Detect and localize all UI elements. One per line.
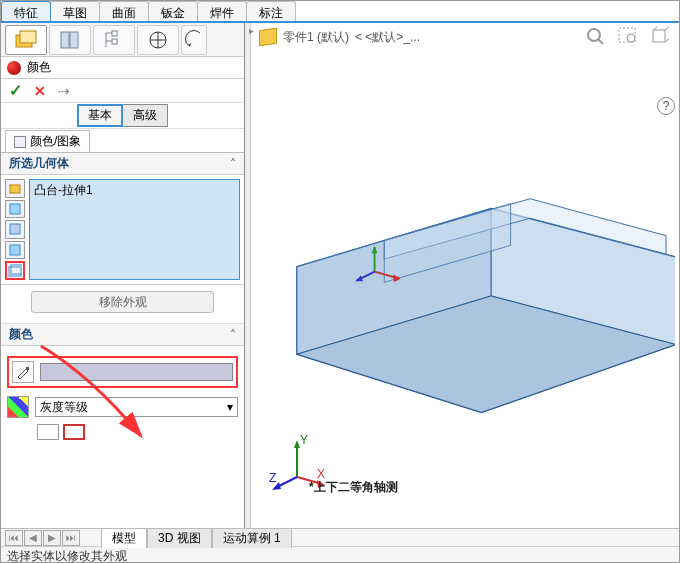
face-icon bbox=[8, 243, 22, 257]
dimxpert-manager-button[interactable] bbox=[137, 25, 179, 55]
bottom-tab-motion[interactable]: 运动算例 1 bbox=[212, 528, 292, 548]
tab-nav-next[interactable]: ▶ bbox=[43, 530, 61, 546]
panel-header: 颜色 bbox=[1, 57, 244, 79]
property-manager-button[interactable] bbox=[49, 25, 91, 55]
color-cell-selected[interactable] bbox=[63, 424, 85, 440]
tab-sheetmetal[interactable]: 钣金 bbox=[148, 1, 198, 21]
ribbon-tabs: 特征 草图 曲面 钣金 焊件 标注 bbox=[1, 1, 679, 23]
svg-rect-6 bbox=[112, 31, 117, 36]
section-geometry-header[interactable]: 所选几何体 ˄ bbox=[1, 153, 244, 175]
color-swatch[interactable] bbox=[40, 363, 233, 381]
status-bar: 选择实体以修改其外观 bbox=[1, 546, 679, 562]
display-manager-icon bbox=[184, 29, 204, 51]
svg-rect-19 bbox=[26, 367, 29, 370]
color-pick-row bbox=[7, 356, 238, 388]
configuration-manager-button[interactable] bbox=[93, 25, 135, 55]
part-icon bbox=[8, 202, 22, 216]
svg-point-23 bbox=[627, 34, 635, 42]
assembly-icon bbox=[8, 181, 22, 195]
mode-advanced-button[interactable]: 高级 bbox=[123, 104, 168, 127]
help-button[interactable]: ? bbox=[657, 97, 675, 115]
tab-nav-first[interactable]: ⏮ bbox=[5, 530, 23, 546]
view-orientation-button[interactable] bbox=[647, 25, 673, 47]
breadcrumb-state[interactable]: < <默认>_... bbox=[355, 29, 420, 46]
subtab-label: 颜色/图象 bbox=[30, 133, 81, 150]
filter-icons bbox=[5, 179, 27, 280]
bottom-tab-model[interactable]: 模型 bbox=[101, 528, 147, 548]
tab-annotate[interactable]: 标注 bbox=[246, 1, 296, 21]
filter-face-button[interactable] bbox=[5, 241, 25, 260]
property-panel: 颜色 ? ✓ ✕ ⇢ 基本 高级 颜色/图象 所选几何体 ˄ bbox=[1, 23, 245, 528]
svg-rect-16 bbox=[10, 245, 20, 255]
mode-basic-button[interactable]: 基本 bbox=[77, 104, 123, 127]
svg-rect-14 bbox=[10, 204, 20, 214]
svg-rect-8 bbox=[112, 39, 117, 44]
remove-appearance-button[interactable]: 移除外观 bbox=[31, 291, 214, 313]
panel-mode-toolbar bbox=[1, 23, 244, 57]
zoom-area-button[interactable] bbox=[615, 25, 641, 47]
configuration-manager-icon bbox=[102, 29, 126, 51]
mode-row: 基本 高级 bbox=[1, 103, 244, 129]
eyedropper-icon bbox=[16, 365, 30, 379]
body-icon bbox=[8, 222, 22, 236]
feature-icon bbox=[8, 264, 22, 278]
pin-button[interactable]: ⇢ bbox=[58, 83, 70, 99]
ok-button[interactable]: ✓ bbox=[9, 81, 22, 100]
image-swatch-icon bbox=[14, 136, 26, 148]
filter-assembly-button[interactable] bbox=[5, 179, 25, 198]
collapse-icon-2: ˄ bbox=[230, 328, 236, 342]
svg-rect-13 bbox=[10, 185, 20, 193]
breadcrumb-part[interactable]: 零件1 (默认) bbox=[283, 29, 349, 46]
expand-handle[interactable]: ▸ bbox=[249, 25, 254, 36]
tab-surface[interactable]: 曲面 bbox=[99, 1, 149, 21]
preset-row: 灰度等级 ▾ bbox=[7, 396, 238, 418]
filter-part-button[interactable] bbox=[5, 200, 25, 219]
section-color-title: 颜色 bbox=[9, 326, 33, 343]
appearance-icon bbox=[7, 61, 21, 75]
svg-line-27 bbox=[665, 39, 669, 42]
geometry-list[interactable]: 凸台-拉伸1 bbox=[29, 179, 240, 280]
part-file-icon bbox=[259, 28, 277, 47]
zoom-fit-button[interactable] bbox=[583, 25, 609, 47]
viewport-area: ▸ 零件1 (默认) < <默认>_... bbox=[245, 23, 679, 528]
tab-sketch[interactable]: 草图 bbox=[50, 1, 100, 21]
filter-body-button[interactable] bbox=[5, 220, 25, 239]
svg-line-21 bbox=[598, 39, 603, 44]
feature-manager-button[interactable] bbox=[5, 25, 47, 55]
svg-line-26 bbox=[665, 27, 669, 30]
view-label: *上下二等角轴测 bbox=[309, 479, 398, 496]
svg-text:Y: Y bbox=[300, 433, 308, 447]
svg-text:Z: Z bbox=[269, 471, 276, 485]
palette-value: 灰度等级 bbox=[40, 399, 88, 416]
view-tools bbox=[583, 25, 673, 47]
tab-weldment[interactable]: 焊件 bbox=[197, 1, 247, 21]
subtab-row: 颜色/图象 bbox=[1, 129, 244, 153]
bottom-tabs: ⏮ ◀ ▶ ⏭ 模型 3D 视图 运动算例 1 bbox=[1, 528, 679, 546]
zoom-fit-icon bbox=[585, 26, 607, 46]
display-manager-button[interactable] bbox=[181, 25, 207, 55]
svg-rect-24 bbox=[653, 30, 665, 42]
tab-nav-last[interactable]: ⏭ bbox=[62, 530, 80, 546]
color-cell[interactable] bbox=[37, 424, 59, 440]
svg-rect-3 bbox=[70, 32, 78, 48]
dropdown-icon: ▾ bbox=[227, 400, 233, 414]
bottom-tab-3dview[interactable]: 3D 视图 bbox=[147, 528, 212, 548]
section-geometry-title: 所选几何体 bbox=[9, 155, 69, 172]
geometry-item[interactable]: 凸台-拉伸1 bbox=[34, 182, 235, 199]
svg-rect-15 bbox=[10, 224, 20, 234]
section-color-header[interactable]: 颜色 ˄ bbox=[1, 324, 244, 346]
subtab-color-image[interactable]: 颜色/图象 bbox=[5, 130, 90, 152]
palette-select[interactable]: 灰度等级 ▾ bbox=[35, 397, 238, 417]
confirm-row: ✓ ✕ ⇢ bbox=[1, 79, 244, 103]
tab-nav-prev[interactable]: ◀ bbox=[24, 530, 42, 546]
color-area: 灰度等级 ▾ bbox=[1, 346, 244, 446]
svg-rect-1 bbox=[20, 31, 36, 43]
palette-icon[interactable] bbox=[7, 396, 29, 418]
svg-rect-2 bbox=[61, 32, 69, 48]
3d-viewport[interactable]: Y X Z *上下二等角轴测 bbox=[249, 53, 675, 500]
filter-feature-button[interactable] bbox=[5, 261, 25, 280]
svg-marker-12 bbox=[188, 43, 191, 47]
cancel-button[interactable]: ✕ bbox=[34, 83, 46, 99]
tab-feature[interactable]: 特征 bbox=[1, 1, 51, 21]
eyedropper-button[interactable] bbox=[12, 361, 34, 383]
